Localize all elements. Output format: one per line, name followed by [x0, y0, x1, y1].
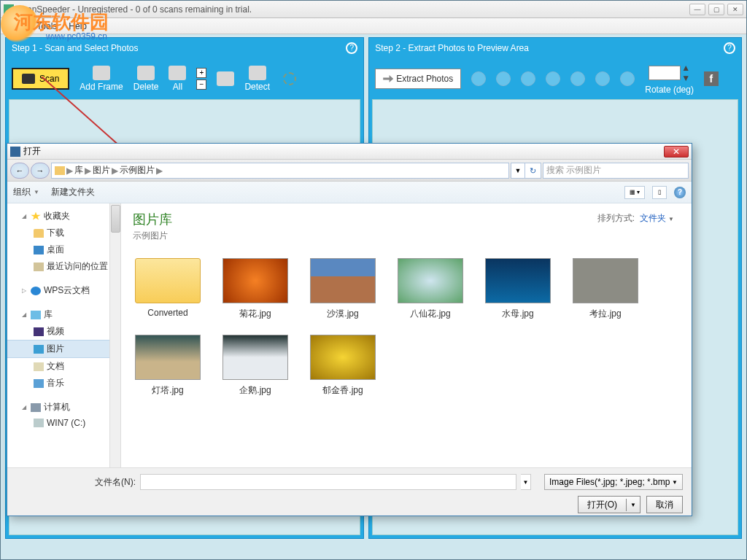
tree-computer[interactable]: ◢计算机	[7, 399, 120, 416]
new-folder-button[interactable]: 新建文件夹	[51, 186, 95, 198]
file-item[interactable]: 菊花.jpg	[220, 258, 290, 320]
all-button[interactable]: All	[169, 66, 186, 92]
magnifier-icon[interactable]	[496, 71, 511, 86]
tree-recent[interactable]: 最近访问的位置	[7, 258, 120, 275]
file-item[interactable]: 八仙花.jpg	[395, 258, 465, 320]
file-item[interactable]: 企鹅.jpg	[220, 335, 290, 397]
tree-desktop[interactable]: 桌面	[7, 241, 120, 258]
tree-video[interactable]: 视频	[7, 323, 120, 340]
tree-documents[interactable]: 文档	[7, 358, 120, 375]
arrow-right-icon	[383, 75, 393, 82]
menubar: File Tools Help	[1, 18, 746, 34]
forward-button[interactable]: →	[31, 163, 50, 179]
close-button[interactable]: ✕	[727, 4, 743, 15]
undo-icon[interactable]	[595, 71, 610, 86]
menu-tools[interactable]: Tools	[31, 20, 63, 33]
tree-wps[interactable]: ▷WPS云文档	[7, 282, 120, 299]
tree-cdrive[interactable]: WIN7 (C:)	[7, 416, 120, 430]
delete-icon[interactable]	[620, 71, 635, 86]
tree-downloads[interactable]: 下载	[7, 225, 120, 241]
tree-music[interactable]: 音乐	[7, 375, 120, 392]
history-dropdown[interactable]: ▼	[511, 163, 525, 179]
filename-label: 文件名(N):	[16, 476, 136, 489]
tree-favorites[interactable]: ◢收藏夹	[7, 208, 120, 225]
help-icon[interactable]: ?	[346, 42, 357, 54]
filename-input[interactable]	[140, 474, 516, 490]
filename-dropdown[interactable]: ▼	[521, 474, 531, 490]
tree-libraries[interactable]: ◢库	[7, 306, 120, 323]
nav-tree: ◢收藏夹 下载 桌面 最近访问的位置 ▷WPS云文档 ◢库 视频 图片 文档 音…	[7, 203, 121, 467]
view-menu[interactable]: ▦ ▾	[624, 186, 645, 199]
rotate-control: 0.0▲▼ Rotate (deg)	[645, 63, 694, 95]
dialog-close-button[interactable]: ✕	[664, 146, 689, 158]
preview-pane-button[interactable]: ▯	[652, 186, 667, 199]
delete-button[interactable]: Delete	[133, 66, 159, 92]
titlebar: ScanSpeeder - Unregistered - 0 of 0 scan…	[1, 1, 746, 18]
detect-button[interactable]: Detect	[244, 66, 270, 92]
maximize-button[interactable]: ▢	[708, 4, 724, 15]
open-button[interactable]: 打开(O)▼	[578, 496, 640, 513]
breadcrumb[interactable]: ▶ 库▶ 图片▶ 示例图片▶	[51, 163, 509, 179]
gear-icon[interactable]	[471, 71, 486, 86]
file-item[interactable]: 郁金香.jpg	[308, 335, 378, 397]
help-icon[interactable]: ?	[724, 42, 735, 54]
panel1-title: Step 1 - Scan and Select Photos	[12, 43, 138, 53]
folder-icon	[135, 258, 201, 303]
help-icon[interactable]: ?	[674, 187, 686, 198]
file-item[interactable]: 灯塔.jpg	[133, 335, 203, 397]
file-item[interactable]: 考拉.jpg	[570, 258, 640, 320]
file-list: 图片库 示例图片 排列方式: 文件夹 ▼ Converted 菊花.jpg 沙漠…	[121, 203, 692, 467]
menu-file[interactable]: File	[5, 20, 31, 33]
gear-icon[interactable]	[283, 72, 296, 85]
file-item[interactable]: Converted	[133, 258, 203, 320]
dialog-icon	[10, 147, 20, 157]
scan-button[interactable]: Scan	[12, 68, 69, 90]
tree-scrollbar[interactable]	[109, 203, 120, 467]
filetype-dropdown[interactable]: Image Files(*.jpg; *.jpeg; *.bmp▼	[544, 474, 683, 490]
window-title: ScanSpeeder - Unregistered - 0 of 0 scan…	[17, 4, 689, 15]
organize-menu[interactable]: 组织▼	[13, 186, 39, 198]
rotate-right-icon[interactable]	[546, 71, 560, 86]
sort-control[interactable]: 排列方式: 文件夹 ▼	[597, 212, 674, 225]
facebook-icon[interactable]: f	[704, 71, 719, 86]
open-dialog: 打开 ✕ ← → ▶ 库▶ 图片▶ 示例图片▶ ▼ ↻ 搜索 示例图片 组织▼ …	[7, 143, 692, 516]
file-item[interactable]: 沙漠.jpg	[308, 258, 378, 320]
rotate-left-icon[interactable]	[521, 71, 535, 86]
preview-button[interactable]	[217, 71, 234, 86]
rotate-down[interactable]: ▼	[681, 73, 690, 83]
dialog-toolbar: 组织▼ 新建文件夹 ▦ ▾ ▯ ?	[7, 182, 692, 203]
minimize-button[interactable]: —	[689, 4, 705, 15]
rotate-up[interactable]: ▲	[681, 63, 690, 73]
extract-button[interactable]: Extract Photos	[375, 69, 461, 89]
scanner-icon	[22, 74, 35, 84]
tree-pictures[interactable]: 图片	[7, 340, 120, 358]
add-frame-button[interactable]: Add Frame	[80, 66, 123, 92]
back-button[interactable]: ←	[10, 163, 29, 179]
panel2-title: Step 2 - Extract Photos to Preview Area	[375, 43, 529, 53]
crop-icon[interactable]	[570, 71, 585, 86]
dialog-title: 打开	[23, 145, 41, 158]
file-item[interactable]: 水母.jpg	[483, 258, 553, 320]
cancel-button[interactable]: 取消	[646, 496, 683, 513]
menu-help[interactable]: Help	[63, 20, 93, 33]
rotate-input[interactable]: 0.0	[649, 66, 681, 80]
refresh-button[interactable]: ↻	[525, 163, 541, 179]
library-subtitle: 示例图片	[133, 230, 680, 242]
app-icon	[4, 4, 14, 15]
search-input[interactable]: 搜索 示例图片	[543, 163, 689, 179]
